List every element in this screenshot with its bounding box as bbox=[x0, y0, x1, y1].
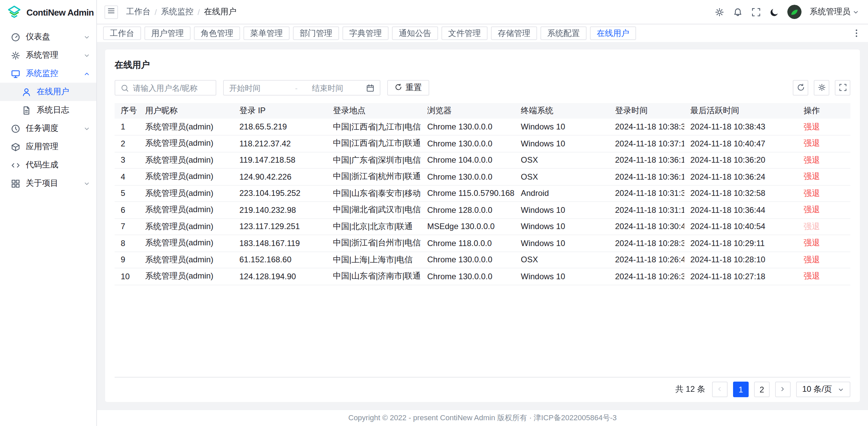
moon-icon[interactable] bbox=[770, 7, 779, 17]
search-input[interactable] bbox=[133, 84, 210, 92]
force-logout-link[interactable]: 强退 bbox=[804, 139, 820, 148]
user-menu[interactable]: 系统管理员 bbox=[810, 6, 859, 18]
more-vertical-icon[interactable] bbox=[852, 28, 861, 38]
breadcrumb-item[interactable]: 工作台 bbox=[126, 6, 151, 18]
date-start-input[interactable] bbox=[229, 84, 281, 92]
tab-user-mgmt[interactable]: 用户管理 bbox=[144, 26, 191, 40]
sidebar-item-label: 应用管理 bbox=[26, 141, 58, 153]
tab-online-user[interactable]: 在线用户 bbox=[590, 26, 636, 40]
tab-menu-mgmt[interactable]: 菜单管理 bbox=[243, 26, 290, 40]
date-range-separator: - bbox=[283, 84, 309, 92]
table-row: 7系统管理员(admin)123.117.129.251中国|北京|北京市|联通… bbox=[115, 218, 850, 235]
refresh-icon bbox=[796, 82, 805, 94]
chevron-down-icon bbox=[83, 180, 90, 187]
pagination-total: 共 12 条 bbox=[675, 384, 705, 395]
avatar[interactable] bbox=[787, 5, 802, 19]
cell-action: 强退 bbox=[797, 235, 850, 251]
chevron-down-icon bbox=[83, 125, 90, 132]
cell-os: Windows 10 bbox=[515, 202, 609, 218]
force-logout-link[interactable]: 强退 bbox=[804, 122, 820, 131]
cell-action: 强退 bbox=[797, 168, 850, 185]
force-logout-link[interactable]: 强退 bbox=[804, 188, 820, 198]
cell-last_active: 2024-11-18 10:40:54 bbox=[684, 218, 797, 235]
cell-browser: MSEdge 130.0.0.0 bbox=[421, 218, 515, 235]
sidebar-item-system-monitor[interactable]: 系统监控 bbox=[0, 64, 96, 83]
cell-os: Windows 10 bbox=[515, 218, 609, 235]
cell-action: 强退 bbox=[797, 135, 850, 152]
sidebar-item-label: 在线用户 bbox=[37, 86, 69, 98]
table-row: 10系统管理员(admin)124.128.194.90中国|山东省|济南市|联… bbox=[115, 268, 850, 285]
table-row: 6系统管理员(admin)219.140.232.98中国|湖北省|武汉市|电信… bbox=[115, 202, 850, 218]
sidebar-item-task-schedule[interactable]: 任务调度 bbox=[0, 119, 96, 138]
cell-ip: 118.212.37.42 bbox=[233, 135, 327, 152]
cell-action: 强退 bbox=[797, 185, 850, 202]
cell-no: 1 bbox=[115, 119, 139, 135]
page-number-1[interactable]: 1 bbox=[733, 382, 749, 397]
tab-notice[interactable]: 通知公告 bbox=[392, 26, 438, 40]
sidebar-collapse-button[interactable] bbox=[104, 5, 118, 19]
date-end-input[interactable] bbox=[312, 84, 363, 92]
tab-sys-config[interactable]: 系统配置 bbox=[540, 26, 587, 40]
cell-no: 4 bbox=[115, 168, 139, 185]
table-row: 8系统管理员(admin)183.148.167.119中国|浙江省|台州市|电… bbox=[115, 235, 850, 251]
sidebar-item-about-project[interactable]: 关于项目 bbox=[0, 174, 96, 192]
fullscreen-button[interactable] bbox=[835, 80, 850, 96]
table-row: 3系统管理员(admin)119.147.218.58中国|广东省|深圳市|电信… bbox=[115, 152, 850, 168]
sidebar-item-system-management[interactable]: 系统管理 bbox=[0, 46, 96, 64]
column-header: 操作 bbox=[797, 103, 850, 119]
cell-last_active: 2024-11-18 10:29:11 bbox=[684, 235, 797, 251]
force-logout-link[interactable]: 强退 bbox=[804, 238, 820, 248]
sidebar-item-code-generation[interactable]: 代码生成 bbox=[0, 156, 96, 174]
table-tool-buttons bbox=[793, 80, 850, 96]
cell-browser: Chrome 130.0.0.0 bbox=[421, 168, 515, 185]
user-name: 系统管理员 bbox=[810, 6, 850, 18]
cell-os: Windows 10 bbox=[515, 235, 609, 251]
reset-button[interactable]: 重置 bbox=[387, 80, 429, 96]
tab-workplace[interactable]: 工作台 bbox=[103, 26, 141, 40]
cell-location: 中国|山东省|济南市|联通 bbox=[327, 268, 421, 285]
app-window: ContiNew Admin 仪表盘系统管理系统监控在线用户系统日志任务调度应用… bbox=[0, 0, 868, 426]
fullscreen-icon bbox=[839, 82, 847, 94]
tab-file-mgmt[interactable]: 文件管理 bbox=[441, 26, 488, 40]
force-logout-link[interactable]: 强退 bbox=[804, 222, 820, 231]
cell-location: 中国|浙江省|杭州市|联通 bbox=[327, 168, 421, 185]
app-logo[interactable]: ContiNew Admin bbox=[0, 0, 96, 24]
tab-role-mgmt[interactable]: 角色管理 bbox=[194, 26, 240, 40]
force-logout-link[interactable]: 强退 bbox=[804, 205, 820, 215]
tab-bar: 工作台用户管理角色管理菜单管理部门管理字典管理通知公告文件管理存储管理系统配置在… bbox=[97, 24, 868, 42]
force-logout-link[interactable]: 强退 bbox=[804, 255, 820, 264]
bell-icon[interactable] bbox=[733, 7, 743, 17]
force-logout-link[interactable]: 强退 bbox=[804, 271, 820, 281]
page-size-select[interactable]: 10 条/页 bbox=[796, 382, 850, 397]
settings-icon[interactable] bbox=[715, 7, 724, 17]
tab-dict-mgmt[interactable]: 字典管理 bbox=[342, 26, 389, 40]
user-icon bbox=[22, 87, 31, 97]
refresh-icon bbox=[395, 83, 402, 93]
tab-storage-mgmt[interactable]: 存储管理 bbox=[491, 26, 537, 40]
sidebar-item-app-management[interactable]: 应用管理 bbox=[0, 138, 96, 156]
cell-nickname: 系统管理员(admin) bbox=[139, 135, 233, 152]
sidebar-item-label: 系统日志 bbox=[37, 104, 69, 116]
page-number-2[interactable]: 2 bbox=[754, 382, 770, 397]
sidebar-item-dashboard[interactable]: 仪表盘 bbox=[0, 28, 96, 46]
column-header: 用户昵称 bbox=[139, 103, 233, 119]
sidebar-item-label: 系统管理 bbox=[26, 49, 58, 61]
next-page-button[interactable] bbox=[775, 382, 791, 397]
fullscreen-icon[interactable] bbox=[751, 7, 761, 17]
force-logout-link[interactable]: 强退 bbox=[804, 155, 820, 165]
sidebar-subitem-online-user[interactable]: 在线用户 bbox=[0, 83, 96, 101]
prev-page-button[interactable] bbox=[712, 382, 728, 397]
breadcrumb-item[interactable]: 系统监控 bbox=[161, 6, 194, 18]
cell-ip: 223.104.195.252 bbox=[233, 185, 327, 202]
tab-dept-mgmt[interactable]: 部门管理 bbox=[293, 26, 339, 40]
app-logo-icon bbox=[7, 5, 22, 20]
refresh-button[interactable] bbox=[793, 80, 808, 96]
breadcrumb-item[interactable]: 在线用户 bbox=[204, 6, 236, 18]
cell-last_active: 2024-11-18 10:28:10 bbox=[684, 251, 797, 268]
settings-button[interactable] bbox=[814, 80, 829, 96]
date-range-picker[interactable]: - bbox=[223, 80, 380, 96]
sidebar-subitem-system-log[interactable]: 系统日志 bbox=[0, 101, 96, 119]
force-logout-link[interactable]: 强退 bbox=[804, 172, 820, 181]
cell-last_active: 2024-11-18 10:36:20 bbox=[684, 152, 797, 168]
cell-no: 6 bbox=[115, 202, 139, 218]
